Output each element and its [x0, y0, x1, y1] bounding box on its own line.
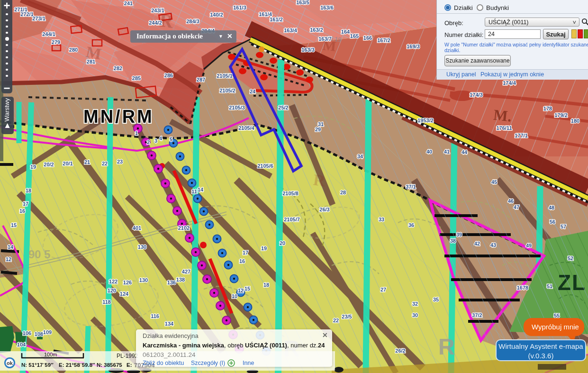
svg-text:39: 39 [456, 232, 462, 237]
svg-text:52: 52 [568, 255, 573, 261]
svg-text:106: 106 [23, 330, 31, 336]
svg-text:2102: 2102 [178, 225, 190, 231]
svg-text:12: 12 [6, 256, 11, 262]
svg-text:122: 122 [109, 279, 118, 284]
svg-text:47: 47 [514, 204, 519, 210]
svg-text:244/1: 244/1 [42, 31, 55, 37]
svg-text:11: 11 [191, 189, 197, 194]
svg-text:165: 165 [350, 33, 359, 39]
svg-text:2: 2 [147, 139, 150, 145]
svg-text:15: 15 [11, 222, 17, 228]
svg-text:20/2: 20/2 [44, 162, 54, 167]
svg-text:28: 28 [340, 190, 346, 195]
svg-text:14: 14 [198, 187, 204, 192]
svg-text:20: 20 [280, 240, 285, 246]
svg-text:281: 281 [87, 59, 95, 64]
svg-text:109: 109 [43, 329, 52, 335]
svg-text:22: 22 [102, 161, 108, 166]
svg-text:24: 24 [250, 89, 256, 94]
svg-text:49: 49 [526, 243, 532, 248]
svg-text:163/6: 163/6 [320, 5, 334, 10]
svg-text:5: 5 [170, 136, 172, 142]
svg-text:22: 22 [333, 318, 339, 323]
svg-text:161/3: 161/3 [233, 5, 246, 10]
svg-text:243/1: 243/1 [151, 8, 164, 13]
svg-text:15: 15 [244, 286, 250, 291]
svg-text:174/3: 174/3 [470, 92, 483, 98]
svg-text:138: 138 [176, 277, 185, 282]
svg-text:1: 1 [135, 130, 138, 136]
svg-text:2105/1: 2105/1 [217, 73, 233, 79]
svg-text:179/2: 179/2 [554, 112, 568, 118]
svg-text:164: 164 [341, 29, 350, 35]
svg-text:25/2: 25/2 [278, 105, 288, 110]
svg-text:104: 104 [17, 342, 26, 347]
svg-text:21: 21 [84, 159, 90, 165]
svg-text:176/11: 176/11 [496, 125, 512, 131]
svg-text:51: 51 [547, 283, 552, 289]
svg-text:116: 116 [151, 313, 159, 319]
svg-text:279: 279 [52, 39, 60, 45]
svg-text:163/5: 163/5 [296, 0, 309, 5]
svg-text:26/2: 26/2 [395, 348, 405, 354]
svg-text:16: 16 [239, 258, 245, 264]
svg-text:161/2: 161/2 [270, 17, 283, 22]
svg-text:134: 134 [165, 321, 174, 327]
svg-text:124: 124 [120, 291, 129, 297]
svg-text:108: 108 [35, 331, 43, 337]
svg-text:18: 18 [26, 188, 31, 193]
svg-text:2105/4: 2105/4 [238, 125, 255, 131]
svg-text:1953/2: 1953/2 [417, 118, 434, 123]
svg-text:130: 130 [139, 277, 148, 283]
svg-text:284/3: 284/3 [186, 18, 199, 24]
svg-text:16: 16 [19, 208, 25, 214]
svg-text:23: 23 [117, 159, 123, 164]
svg-text:136: 136 [167, 280, 176, 285]
svg-text:427: 427 [182, 269, 190, 274]
svg-text:M.: M. [493, 106, 513, 125]
svg-text:30: 30 [412, 312, 418, 318]
svg-text:57: 57 [561, 224, 566, 229]
svg-text:17: 17 [243, 250, 248, 255]
svg-text:R: R [438, 334, 455, 359]
svg-text:23/5: 23/5 [342, 314, 352, 319]
svg-text:126: 126 [123, 280, 132, 285]
svg-text:3: 3 [154, 138, 157, 144]
svg-text:44: 44 [461, 149, 468, 155]
svg-text:2105/6: 2105/6 [257, 163, 273, 169]
svg-text:20/1: 20/1 [63, 161, 72, 166]
svg-text:286: 286 [164, 73, 173, 78]
svg-text:90 5: 90 5 [28, 248, 51, 261]
svg-text:285: 285 [132, 75, 141, 81]
svg-text:1678: 1678 [517, 285, 528, 291]
svg-text:401: 401 [133, 225, 141, 231]
svg-text:174/4: 174/4 [503, 80, 516, 86]
svg-text:177/1: 177/1 [515, 133, 528, 138]
svg-text:180: 180 [571, 118, 579, 124]
svg-text:163/3: 163/3 [301, 47, 315, 53]
svg-text:32: 32 [412, 301, 418, 307]
svg-text:166: 166 [363, 35, 372, 41]
svg-text:244/2: 244/2 [149, 20, 162, 26]
svg-text:43: 43 [490, 242, 496, 248]
svg-text:18: 18 [263, 282, 269, 288]
svg-text:36: 36 [408, 222, 414, 228]
svg-text:37/2: 37/2 [472, 312, 482, 318]
svg-text:287: 287 [197, 77, 205, 82]
svg-text:282: 282 [114, 65, 122, 71]
svg-text:10: 10 [232, 293, 237, 299]
svg-text:46: 46 [508, 198, 514, 204]
svg-text:34: 34 [357, 154, 363, 159]
svg-text:26/3: 26/3 [319, 207, 329, 212]
svg-text:2105/8: 2105/8 [282, 191, 299, 196]
svg-text:14: 14 [8, 244, 14, 250]
svg-text:163/2: 163/2 [310, 27, 323, 33]
svg-text:118: 118 [102, 299, 111, 305]
svg-text:178: 178 [543, 106, 552, 111]
svg-text:MN/RM: MN/RM [83, 107, 154, 127]
svg-text:19: 19 [261, 246, 267, 251]
svg-text:2105/2: 2105/2 [219, 88, 235, 93]
svg-text:280: 280 [69, 47, 78, 53]
svg-text:163/7: 163/7 [318, 36, 332, 42]
svg-text:35: 35 [433, 297, 439, 302]
